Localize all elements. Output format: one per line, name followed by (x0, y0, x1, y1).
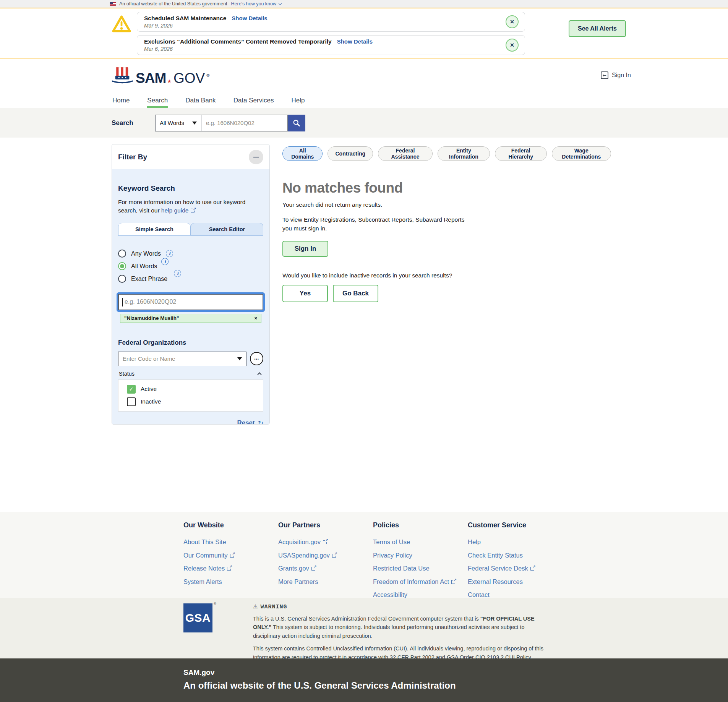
footer-link-foia[interactable]: Freedom of Information Act (373, 578, 468, 585)
status-label: Status (119, 371, 135, 377)
footer-link-contact[interactable]: Contact (468, 591, 563, 598)
tab-simple-search[interactable]: Simple Search (118, 223, 191, 236)
footer-link-federal-service-desk[interactable]: Federal Service Desk (468, 565, 563, 572)
collapse-filters-button[interactable] (249, 150, 263, 164)
show-details-link[interactable]: Show Details (337, 38, 373, 45)
footer-link-accessibility[interactable]: Accessibility (373, 591, 468, 598)
content-area: Filter By Keyword Search For more inform… (0, 138, 728, 512)
us-flag-icon (110, 2, 116, 6)
show-details-link[interactable]: Show Details (232, 15, 267, 21)
reset-filters-link[interactable]: Reset (237, 419, 263, 425)
no-matches-heading: No matches found (282, 180, 611, 196)
search-mode-select[interactable]: All Words (155, 115, 201, 131)
nav-data-services[interactable]: Data Services (233, 93, 274, 108)
radio-exact-phrase[interactable]: Exact Phrase (118, 275, 263, 283)
search-button[interactable] (288, 115, 305, 131)
tab-search-editor[interactable]: Search Editor (191, 223, 263, 236)
footer-link-terms-of-use[interactable]: Terms of Use (373, 538, 468, 546)
domain-tabs: All Domains Contracting Federal Assistan… (282, 146, 611, 161)
more-options-button[interactable] (250, 352, 263, 365)
footer-link-privacy-policy[interactable]: Privacy Policy (373, 552, 468, 559)
footer-link-restricted-data-use[interactable]: Restricted Data Use (373, 565, 468, 572)
warning-paragraph: This is a U.S. General Services Administ… (253, 614, 553, 640)
alert-card: Scheduled SAM Maintenance Show Details M… (137, 12, 525, 32)
reset-icon (258, 419, 263, 425)
footer-link-grants-gov[interactable]: Grants.gov (278, 565, 373, 572)
nav-data-bank[interactable]: Data Bank (185, 93, 216, 108)
close-alert-button[interactable] (506, 15, 519, 28)
nav-home[interactable]: Home (112, 93, 130, 108)
domain-tab-federal-assistance[interactable]: Federal Assistance (378, 146, 433, 161)
info-icon[interactable] (174, 270, 181, 277)
federal-organizations-heading: Federal Organizations (118, 339, 263, 347)
external-link-icon (191, 209, 195, 212)
remove-tag-icon[interactable] (254, 315, 257, 321)
warning-triangle-icon (112, 15, 131, 58)
search-icon (292, 119, 301, 127)
alert-date: Mar 9, 2026 (144, 23, 498, 29)
footer-link-usaspending-gov[interactable]: USASpending.gov (278, 552, 373, 559)
nav-help[interactable]: Help (291, 93, 305, 108)
domain-tab-federal-hierarchy[interactable]: Federal Hierarchy (495, 146, 547, 161)
radio-any-words[interactable]: Any Words (118, 250, 263, 258)
header-sign-in-link[interactable]: Sign In (601, 71, 631, 79)
org-combobox[interactable] (118, 352, 246, 366)
footer-link-about-this-site[interactable]: About This Site (183, 538, 278, 546)
external-link-icon (311, 567, 315, 571)
org-input[interactable] (123, 355, 237, 362)
checkbox-inactive[interactable]: Inactive (127, 397, 263, 406)
help-guide-link[interactable]: help guide (161, 207, 195, 214)
info-icon[interactable] (161, 258, 169, 265)
keyword-input[interactable] (118, 294, 263, 310)
radio-all-words[interactable]: All Words (118, 262, 263, 271)
sign-in-note: To view Entity Registrations, Subcontrac… (282, 215, 475, 233)
search-mode-value: All Words (160, 120, 184, 126)
search-input[interactable] (201, 115, 288, 131)
footer: Our Website About This Site Our Communit… (0, 512, 728, 598)
sign-in-button[interactable]: Sign In (282, 241, 328, 257)
search-results: All Domains Contracting Federal Assistan… (282, 144, 611, 512)
nav-search[interactable]: Search (147, 93, 168, 108)
alert-card: Exclusions “Additional Comments” Content… (137, 35, 525, 55)
keyword-info-text: For more information on how to use our k… (118, 198, 263, 215)
alert-title: Scheduled SAM Maintenance (144, 15, 226, 22)
domain-tab-entity-information[interactable]: Entity Information (438, 146, 490, 161)
filter-by-title: Filter By (118, 153, 147, 161)
info-icon[interactable] (166, 250, 173, 257)
sam-gov-page: An official website of the United States… (0, 0, 728, 702)
caret-down-icon (237, 357, 242, 360)
footer-link-system-alerts[interactable]: System Alerts (183, 578, 278, 585)
close-alert-button[interactable] (506, 39, 519, 52)
keyword-tag-label: "Nizamuddine Muslih" (124, 315, 179, 321)
warning-block: WARNING This is a U.S. General Services … (253, 603, 553, 658)
footer-link-release-notes[interactable]: Release Notes (183, 565, 278, 572)
checkbox-active[interactable]: Active (127, 385, 263, 394)
domain-tab-all-domains[interactable]: All Domains (282, 146, 323, 161)
no-results-message: Your search did not return any results. (282, 201, 611, 208)
sign-in-label: Sign In (612, 72, 631, 79)
domain-tab-contracting[interactable]: Contracting (328, 146, 373, 161)
how-you-know-link[interactable]: Here's how you know (231, 1, 276, 6)
domain-tab-wage-determinations[interactable]: Wage Determinations (552, 146, 611, 161)
go-back-button[interactable]: Go Back (333, 285, 378, 302)
external-link-icon (332, 554, 336, 558)
site-footer: SAM.gov An official website of the U.S. … (0, 658, 728, 702)
footer-link-help[interactable]: Help (468, 538, 563, 546)
see-all-alerts-button[interactable]: See All Alerts (569, 20, 626, 37)
footer-link-external-resources[interactable]: External Resources (468, 578, 563, 585)
footer-heading: Customer Service (468, 521, 563, 529)
keyword-match-options: Any Words All Words Exact Phrase (118, 250, 263, 283)
yes-button[interactable]: Yes (282, 285, 328, 302)
footer-link-more-partners[interactable]: More Partners (278, 578, 373, 585)
sam-gov-logo[interactable]: SAM GOV ® (112, 67, 209, 84)
chevron-up-icon[interactable] (257, 372, 261, 376)
alerts-section: Scheduled SAM Maintenance Show Details M… (0, 8, 728, 58)
alert-title: Exclusions “Additional Comments” Content… (144, 38, 332, 45)
footer-link-acquisition-gov[interactable]: Acquisition.gov (278, 538, 373, 546)
alert-date: Mar 6, 2026 (144, 46, 498, 52)
star-icon (167, 79, 172, 84)
gov-banner: An official website of the United States… (0, 0, 728, 8)
footer-link-check-entity-status[interactable]: Check Entity Status (468, 552, 563, 559)
uncle-sam-hat-icon (112, 67, 133, 84)
footer-link-our-community[interactable]: Our Community (183, 552, 278, 559)
